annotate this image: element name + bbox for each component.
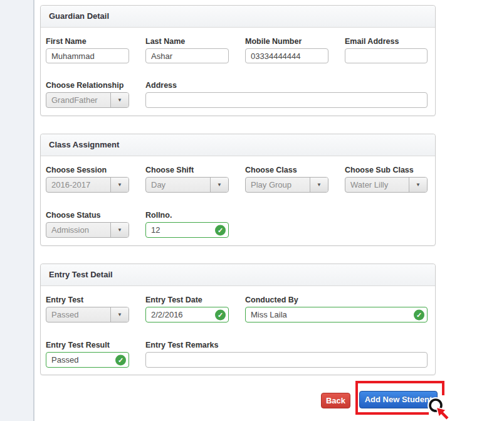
- conducted-by-field: Conducted By ✓: [245, 296, 428, 322]
- address-input[interactable]: [145, 92, 428, 108]
- entry-test-date-field: Entry Test Date ✓: [145, 296, 229, 322]
- shift-label: Choose Shift: [145, 166, 229, 177]
- first-name-input[interactable]: [46, 48, 129, 63]
- chevron-down-icon: ▼: [110, 178, 129, 192]
- sub-class-select[interactable]: Water Lilly ▼: [345, 177, 428, 193]
- status-select-value: Admission: [46, 223, 110, 237]
- email-address-label: Email Address: [345, 37, 428, 48]
- class-assignment-header: Class Assignment: [41, 134, 435, 156]
- shift-select[interactable]: Day ▼: [145, 177, 229, 193]
- entry-test-select-value: Passed: [46, 307, 110, 322]
- relationship-select-value: GrandFather: [46, 93, 110, 107]
- valid-check-icon: ✓: [115, 354, 126, 365]
- guardian-detail-header: Guardian Detail: [41, 6, 435, 28]
- shift-select-value: Day: [146, 178, 210, 192]
- entry-test-select[interactable]: Passed ▼: [46, 307, 129, 322]
- session-label: Choose Session: [46, 166, 129, 177]
- first-name-field: First Name: [46, 37, 129, 63]
- guardian-detail-panel: Guardian Detail First Name Last Name Mob…: [40, 5, 436, 116]
- status-select[interactable]: Admission ▼: [46, 222, 129, 238]
- sub-class-select-value: Water Lilly: [345, 178, 409, 192]
- shift-field: Choose Shift Day ▼: [145, 166, 229, 193]
- valid-check-icon: ✓: [414, 309, 424, 320]
- email-address-input[interactable]: [345, 48, 428, 63]
- entry-test-label: Entry Test: [46, 296, 129, 307]
- relationship-label: Choose Relationship: [46, 81, 129, 92]
- session-field: Choose Session 2016-2017 ▼: [46, 166, 129, 193]
- cursor-arrow-icon: [436, 407, 449, 420]
- address-field: Address: [145, 81, 428, 108]
- entry-test-remarks-field: Entry Test Remarks: [145, 341, 428, 368]
- entry-test-date-label: Entry Test Date: [145, 296, 229, 307]
- click-cursor-icon: [425, 394, 455, 421]
- relationship-select[interactable]: GrandFather ▼: [46, 92, 129, 108]
- conducted-by-input[interactable]: [245, 307, 428, 322]
- email-address-field: Email Address: [345, 37, 428, 63]
- session-select[interactable]: 2016-2017 ▼: [46, 177, 129, 193]
- mobile-number-input[interactable]: [245, 48, 328, 63]
- back-button[interactable]: Back: [321, 393, 350, 408]
- entry-test-remarks-label: Entry Test Remarks: [145, 341, 428, 352]
- class-field: Choose Class Play Group ▼: [245, 166, 328, 193]
- page: Guardian Detail First Name Last Name Mob…: [0, 0, 504, 421]
- last-name-label: Last Name: [145, 37, 229, 48]
- entry-test-detail-panel: Entry Test Detail Entry Test Passed ▼ En…: [40, 264, 436, 375]
- entry-test-remarks-input[interactable]: [145, 352, 428, 368]
- valid-check-icon: ✓: [215, 309, 226, 320]
- chevron-down-icon: ▼: [110, 93, 129, 107]
- address-label: Address: [145, 81, 428, 92]
- first-name-label: First Name: [46, 37, 129, 48]
- last-name-field: Last Name: [145, 37, 229, 63]
- rollno-label: Rollno.: [145, 211, 229, 222]
- mobile-number-label: Mobile Number: [245, 37, 328, 48]
- entry-test-field: Entry Test Passed ▼: [46, 296, 129, 322]
- chevron-down-icon: ▼: [110, 223, 129, 237]
- class-select-value: Play Group: [246, 178, 310, 192]
- mobile-number-field: Mobile Number: [245, 37, 328, 63]
- class-assignment-panel: Class Assignment Choose Session 2016-201…: [40, 134, 436, 246]
- valid-check-icon: ✓: [215, 225, 226, 235]
- rollno-field: Rollno. ✓: [145, 211, 229, 238]
- chevron-down-icon: ▼: [310, 178, 328, 192]
- class-label: Choose Class: [245, 166, 328, 177]
- status-label: Choose Status: [46, 211, 129, 222]
- last-name-input[interactable]: [145, 48, 229, 63]
- class-select[interactable]: Play Group ▼: [245, 177, 328, 193]
- sub-class-field: Choose Sub Class Water Lilly ▼: [345, 166, 428, 193]
- chevron-down-icon: ▼: [210, 178, 228, 192]
- left-page-gutter: [0, 0, 34, 421]
- chevron-down-icon: ▼: [110, 307, 129, 322]
- conducted-by-label: Conducted By: [245, 296, 428, 307]
- sub-class-label: Choose Sub Class: [345, 166, 428, 177]
- entry-test-detail-header: Entry Test Detail: [41, 264, 435, 286]
- session-select-value: 2016-2017: [46, 178, 110, 192]
- relationship-field: Choose Relationship GrandFather ▼: [46, 81, 129, 108]
- chevron-down-icon: ▼: [409, 178, 427, 192]
- entry-test-result-label: Entry Test Result: [46, 341, 129, 352]
- status-field: Choose Status Admission ▼: [46, 211, 129, 238]
- entry-test-result-field: Entry Test Result ✓: [46, 341, 129, 368]
